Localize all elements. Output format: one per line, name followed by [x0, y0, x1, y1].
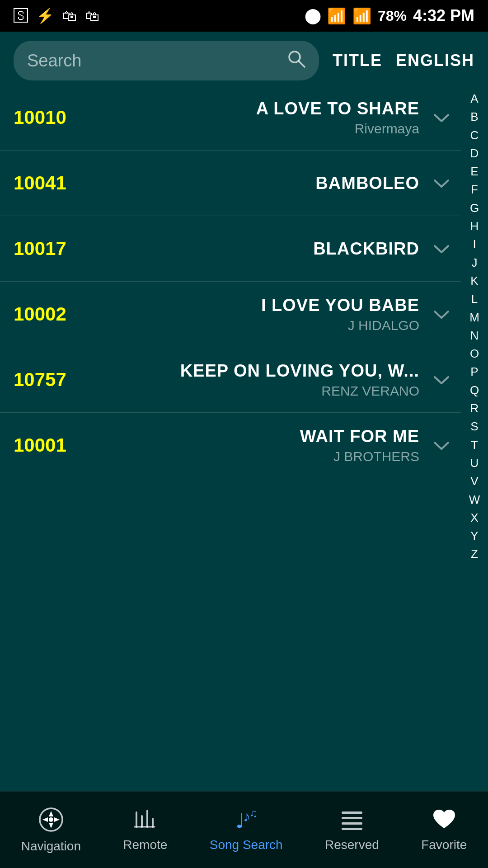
nav-item-navigation[interactable]: Navigation: [21, 807, 81, 854]
song-info: KEEP ON LOVING YOU, W... RENZ VERANO: [86, 361, 428, 399]
alpha-letter-V[interactable]: V: [470, 472, 478, 490]
song-title: BLACKBIRD: [313, 239, 419, 259]
bottom-nav: Navigation Remote ♩ ♪ ♫ Song Search: [0, 791, 488, 868]
alpha-letter-W[interactable]: W: [469, 491, 480, 509]
alpha-letter-C[interactable]: C: [470, 126, 479, 144]
svg-marker-6: [54, 817, 60, 822]
svg-rect-19: [342, 828, 362, 830]
expand-icon[interactable]: [433, 239, 450, 258]
nav-item-remote[interactable]: Remote: [123, 808, 167, 852]
expand-icon[interactable]: [433, 370, 450, 389]
svg-text:♫: ♫: [249, 808, 258, 819]
header-title-label[interactable]: TITLE: [333, 51, 382, 70]
alpha-letter-T[interactable]: T: [471, 436, 478, 454]
bluetooth-icon: ⬤: [305, 7, 321, 24]
search-bar-container: TITLE ENGLISH: [0, 32, 488, 85]
nav-label-reserved: Reserved: [325, 838, 379, 852]
svg-point-7: [49, 817, 53, 822]
song-item[interactable]: 10010 A LOVE TO SHARE Rivermaya: [0, 85, 461, 151]
alpha-letter-B[interactable]: B: [470, 108, 478, 126]
nav-item-song-search[interactable]: ♩ ♪ ♫ Song Search: [210, 808, 283, 852]
alpha-letter-K[interactable]: K: [470, 272, 478, 290]
alphabet-sidebar: ABCDEFGHIJKLMNOPQRSTUVWXYZ: [461, 85, 488, 804]
alpha-letter-R[interactable]: R: [470, 399, 479, 417]
song-item[interactable]: 10757 KEEP ON LOVING YOU, W... RENZ VERA…: [0, 347, 461, 413]
alpha-letter-L[interactable]: L: [471, 290, 478, 308]
expand-icon[interactable]: [433, 436, 450, 455]
song-info: A LOVE TO SHARE Rivermaya: [86, 99, 428, 137]
song-number: 10041: [14, 172, 86, 194]
alpha-letter-X[interactable]: X: [470, 509, 478, 527]
alpha-letter-Q[interactable]: Q: [470, 381, 479, 399]
expand-icon[interactable]: [433, 305, 450, 324]
nav-label-remote: Remote: [123, 838, 167, 852]
alpha-letter-E[interactable]: E: [470, 162, 478, 180]
song-title: KEEP ON LOVING YOU, W...: [180, 361, 419, 381]
bag-icon1: 🛍: [62, 8, 77, 24]
alpha-letter-H[interactable]: H: [470, 217, 479, 235]
alpha-letter-M[interactable]: M: [469, 308, 479, 326]
song-info: BLACKBIRD: [86, 239, 428, 259]
alpha-letter-D[interactable]: D: [470, 144, 479, 162]
song-artist: Rivermaya: [355, 121, 419, 137]
alpha-letter-O[interactable]: O: [470, 344, 479, 363]
song-title: A LOVE TO SHARE: [256, 99, 419, 118]
favorite-icon: [431, 808, 457, 833]
alpha-letter-P[interactable]: P: [470, 363, 478, 381]
svg-rect-18: [342, 822, 362, 825]
alpha-letter-G[interactable]: G: [470, 199, 479, 217]
search-icon: [286, 49, 305, 72]
search-input[interactable]: [27, 51, 279, 71]
svg-marker-3: [49, 811, 53, 816]
expand-icon[interactable]: [433, 174, 450, 193]
status-bar: 🅂 ⚡ 🛍 🛍 ⬤ 📶 📶 78% 4:32 PM: [0, 0, 488, 32]
nav-label-song-search: Song Search: [210, 838, 283, 852]
song-info: BAMBOLEO: [86, 174, 428, 193]
nav-label-navigation: Navigation: [21, 839, 81, 854]
wifi-icon: 📶: [327, 7, 346, 25]
remote-icon: [132, 808, 158, 833]
alpha-letter-F[interactable]: F: [471, 180, 478, 198]
song-title: I LOVE YOU BABE: [261, 296, 419, 315]
song-info: I LOVE YOU BABE J HIDALGO: [86, 296, 428, 333]
song-artist: J BROTHERS: [333, 449, 419, 464]
song-number: 10017: [14, 238, 86, 259]
expand-icon[interactable]: [433, 108, 450, 127]
song-artist: J HIDALGO: [348, 318, 419, 333]
time-text: 4:32 PM: [413, 6, 474, 25]
svg-marker-5: [42, 817, 48, 822]
svg-rect-16: [342, 811, 362, 814]
song-number: 10757: [14, 369, 86, 391]
alpha-letter-Z[interactable]: Z: [471, 545, 478, 563]
reserved-icon: [339, 808, 365, 833]
header-lang-label[interactable]: ENGLISH: [396, 51, 474, 70]
alpha-letter-U[interactable]: U: [470, 454, 479, 472]
song-number: 10002: [14, 303, 86, 325]
song-item[interactable]: 10041 BAMBOLEO: [0, 151, 461, 216]
alpha-letter-A[interactable]: A: [470, 90, 478, 108]
search-input-wrapper[interactable]: [14, 41, 319, 80]
battery-text: 78%: [378, 8, 407, 24]
svg-line-1: [299, 61, 305, 67]
alpha-letter-Y[interactable]: Y: [470, 527, 478, 545]
song-item[interactable]: 10002 I LOVE YOU BABE J HIDALGO: [0, 282, 461, 347]
alpha-letter-N[interactable]: N: [470, 326, 479, 344]
nav-item-favorite[interactable]: Favorite: [421, 808, 467, 852]
alpha-letter-I[interactable]: I: [473, 235, 476, 253]
nav-label-favorite: Favorite: [421, 838, 467, 852]
song-title: WAIT FOR ME: [300, 427, 419, 446]
song-item[interactable]: 10017 BLACKBIRD: [0, 216, 461, 282]
song-item[interactable]: 10001 WAIT FOR ME J BROTHERS: [0, 413, 461, 478]
song-title: BAMBOLEO: [315, 174, 419, 193]
bag-icon2: 🛍: [85, 8, 99, 24]
nav-item-reserved[interactable]: Reserved: [325, 808, 379, 852]
usb-icon: ⚡: [36, 7, 54, 24]
signal-icon: 📶: [352, 7, 371, 25]
alpha-letter-J[interactable]: J: [472, 254, 478, 272]
alpha-letter-S[interactable]: S: [470, 417, 478, 435]
status-left-icons: 🅂 ⚡ 🛍 🛍: [14, 7, 99, 24]
song-number: 10001: [14, 434, 86, 456]
song-artist: RENZ VERANO: [321, 383, 419, 399]
svg-rect-17: [342, 817, 362, 819]
song-info: WAIT FOR ME J BROTHERS: [86, 427, 428, 464]
